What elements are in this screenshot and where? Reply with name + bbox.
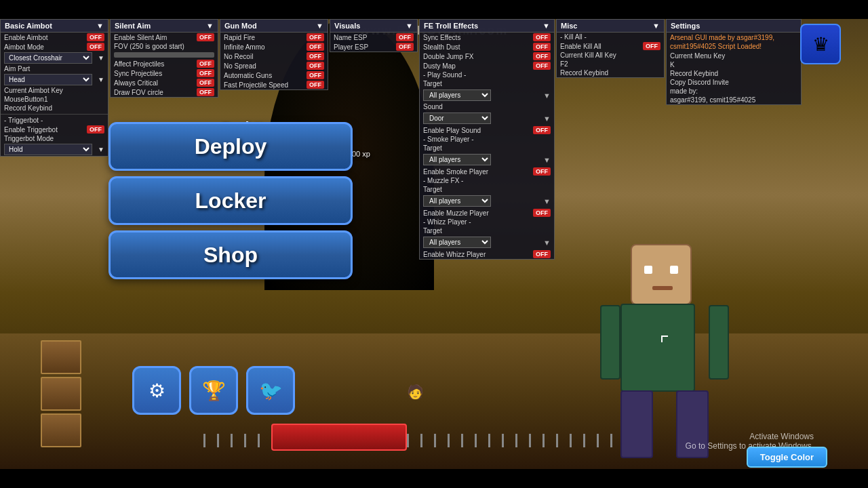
aimbot-head-row: Head ▼ bbox=[1, 73, 108, 86]
enable-muzzle-label: Enable Muzzle Player bbox=[423, 209, 489, 217]
no-spread-badge[interactable]: OFF bbox=[307, 62, 324, 70]
sync-effects-badge[interactable]: OFF bbox=[533, 33, 551, 41]
triggerbot-enable-row: Enable Triggerbot OFF bbox=[1, 125, 108, 134]
settings-authors-val: asgar#3199, csmit195#4025 bbox=[670, 96, 755, 104]
trophy-icon-button[interactable]: 🏆 bbox=[189, 366, 238, 415]
enable-play-sound-row: Enable Play Sound OFF bbox=[420, 125, 554, 135]
inf-ammo-badge[interactable]: OFF bbox=[307, 43, 324, 51]
enable-muzzle-badge[interactable]: OFF bbox=[533, 209, 551, 217]
silent-aim-header[interactable]: Silent Aim ▼ bbox=[111, 20, 218, 33]
crate bbox=[41, 377, 81, 411]
enable-smoke-badge[interactable]: OFF bbox=[533, 167, 551, 176]
double-jump-badge[interactable]: OFF bbox=[533, 52, 551, 60]
aimbot-mode-badge[interactable]: OFF bbox=[87, 43, 104, 51]
muzzle-target-select[interactable]: All players bbox=[423, 195, 491, 207]
triggerbot-enable-badge[interactable]: OFF bbox=[87, 125, 104, 134]
game-icon-buttons: ⚙ 🏆 🐦 bbox=[132, 366, 295, 415]
sound-arrow: ▼ bbox=[543, 115, 551, 123]
whizz-target-arrow: ▼ bbox=[543, 239, 551, 247]
silent-enable-badge[interactable]: OFF bbox=[197, 33, 214, 41]
enable-play-sound-badge[interactable]: OFF bbox=[533, 126, 551, 134]
muzzle-target-arrow: ▼ bbox=[543, 197, 551, 205]
sync-proj-row: Sync Projectiles OFF bbox=[111, 68, 218, 78]
smoke-target-dropdown-row: All players ▼ bbox=[420, 152, 554, 167]
copy-discord-row[interactable]: Copy Discord Invite bbox=[667, 78, 801, 87]
misc-header[interactable]: Misc ▼ bbox=[557, 20, 664, 33]
kill-all-key-val: F2 bbox=[560, 60, 568, 68]
aimbot-record-row[interactable]: Record Keybind bbox=[1, 104, 108, 113]
settings-icon-button[interactable]: ⚙ bbox=[132, 366, 181, 415]
smoke-target-label: Target bbox=[423, 144, 442, 152]
auto-guns-label: Automatic Guns bbox=[224, 72, 272, 79]
trophy-icon: 🏆 bbox=[202, 380, 226, 402]
always-crit-badge[interactable]: OFF bbox=[197, 79, 214, 87]
settings-record-row[interactable]: Record Keybind bbox=[667, 69, 801, 78]
settings-header[interactable]: Settings bbox=[667, 20, 801, 33]
silent-fov-row: FOV (250 is good start) bbox=[111, 42, 218, 51]
aimbot-crosshair-select[interactable]: Closest Crosshair bbox=[4, 52, 92, 64]
sound-select[interactable]: Door bbox=[423, 113, 491, 124]
enable-whizz-badge[interactable]: OFF bbox=[533, 250, 551, 258]
current-menu-key-label-row: Current Menu Key bbox=[667, 52, 801, 60]
aimbot-enable-label: Enable Aimbot bbox=[4, 34, 48, 41]
aimbot-enable-badge[interactable]: OFF bbox=[87, 33, 104, 41]
auto-guns-badge[interactable]: OFF bbox=[307, 71, 324, 79]
shop-button[interactable]: Shop bbox=[108, 230, 353, 279]
kill-all-key-label: Current Kill All Key bbox=[560, 52, 616, 59]
settings-madeby-label: made by: bbox=[670, 87, 698, 95]
sync-proj-badge[interactable]: OFF bbox=[197, 69, 214, 77]
no-spread-row: No Spread OFF bbox=[220, 61, 328, 70]
aimbot-crosshair-row: Closest Crosshair ▼ bbox=[1, 52, 108, 64]
main-character bbox=[597, 244, 732, 447]
player-esp-badge[interactable]: OFF bbox=[396, 43, 414, 51]
play-sound-section-row: - Play Sound - bbox=[420, 70, 554, 79]
char-leg-left bbox=[620, 390, 653, 458]
settings-record-label: Record Keybind bbox=[670, 70, 718, 77]
sound-target-select[interactable]: All players bbox=[423, 89, 491, 101]
aimbot-panel-header[interactable]: Basic Aimbot ▼ bbox=[1, 20, 108, 33]
enable-kill-all-badge[interactable]: OFF bbox=[643, 42, 660, 50]
crate bbox=[41, 413, 81, 447]
aimbot-record-label: Record Keybind bbox=[4, 104, 52, 112]
sync-effects-row: Sync Effects OFF bbox=[420, 33, 554, 42]
smoke-target-select[interactable]: All players bbox=[423, 154, 491, 165]
black-bar-bottom bbox=[0, 469, 868, 488]
toggle-color-button[interactable]: Toggle Color bbox=[747, 447, 827, 468]
misc-title: Misc bbox=[561, 22, 577, 30]
name-esp-label: Name ESP bbox=[334, 34, 367, 41]
inf-ammo-row: Infinite Ammo OFF bbox=[220, 42, 328, 52]
gun-mod-header[interactable]: Gun Mod ▼ bbox=[220, 20, 328, 33]
silent-aim-title: Silent Aim bbox=[115, 22, 151, 30]
stealth-dust-badge[interactable]: OFF bbox=[533, 43, 551, 51]
rapid-fire-row: Rapid Fire OFF bbox=[220, 33, 328, 42]
triggerbot-hold-select[interactable]: Hold bbox=[4, 144, 92, 155]
rapid-fire-label: Rapid Fire bbox=[224, 34, 255, 41]
no-recoil-badge[interactable]: OFF bbox=[307, 52, 324, 60]
affect-proj-badge[interactable]: OFF bbox=[197, 60, 214, 68]
no-spread-label: No Spread bbox=[224, 62, 256, 70]
misc-record-row[interactable]: Record Keybind bbox=[557, 68, 664, 77]
draw-fov-badge[interactable]: OFF bbox=[197, 88, 214, 96]
sync-proj-label: Sync Projectiles bbox=[114, 70, 162, 77]
fe-troll-header[interactable]: FE Troll Effects ▼ bbox=[420, 20, 554, 33]
aimbot-mode-row: Aimbot Mode OFF bbox=[1, 42, 108, 52]
silent-aim-arrow: ▼ bbox=[206, 22, 214, 30]
fast-proj-badge[interactable]: OFF bbox=[307, 81, 324, 89]
dusty-map-badge[interactable]: OFF bbox=[533, 62, 551, 70]
triggerbot-mode-row: Triggerbot Mode bbox=[1, 134, 108, 143]
twitter-icon-button[interactable]: 🐦 bbox=[246, 366, 295, 415]
whizz-target-select[interactable]: All players bbox=[423, 237, 491, 248]
visuals-header[interactable]: Visuals ▼ bbox=[330, 20, 417, 33]
kill-all-section-row: - Kill All - bbox=[557, 33, 664, 41]
aimbot-head-arrow: ▼ bbox=[98, 76, 104, 83]
stealth-dust-label: Stealth Dust bbox=[423, 43, 460, 51]
aimbot-head-select[interactable]: Head bbox=[4, 74, 92, 85]
smoke-target-label-row: Target bbox=[420, 144, 554, 152]
deploy-button[interactable]: Deploy bbox=[108, 122, 353, 171]
name-esp-badge[interactable]: OFF bbox=[396, 33, 414, 41]
rapid-fire-badge[interactable]: OFF bbox=[307, 33, 324, 41]
crown-box[interactable]: ♛ bbox=[800, 24, 841, 64]
locker-button[interactable]: Locker bbox=[108, 176, 353, 225]
fov-slider[interactable] bbox=[114, 52, 214, 58]
whizz-section-row: - Whizz Player - bbox=[420, 218, 554, 226]
